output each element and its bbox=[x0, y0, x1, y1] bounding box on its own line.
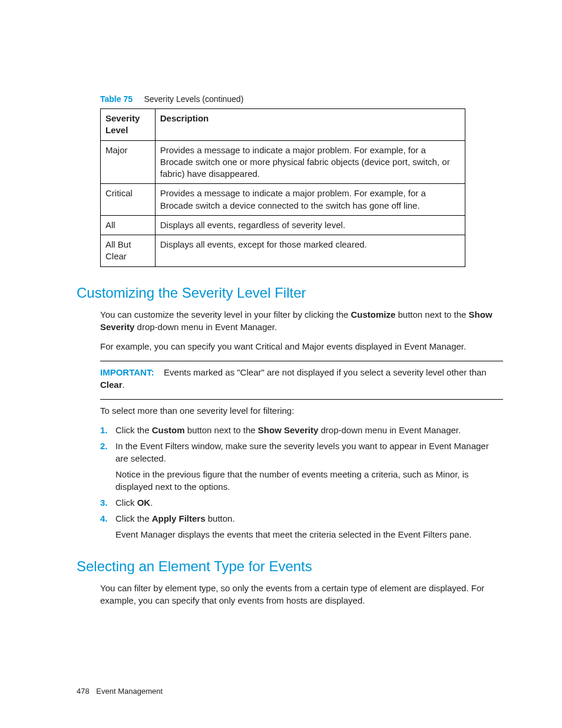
cell-level: Major bbox=[101, 140, 156, 184]
cell-level: All But Clear bbox=[101, 235, 156, 267]
text-run: button. bbox=[206, 513, 235, 523]
cell-desc: Displays all events, except for those ma… bbox=[155, 235, 465, 267]
text-run: Click the bbox=[115, 425, 152, 435]
step-number: 3. bbox=[100, 496, 108, 509]
bold-text: Clear bbox=[100, 380, 123, 390]
list-item: 4. Click the Apply Filters button. Event… bbox=[100, 512, 503, 541]
step-number: 1. bbox=[100, 424, 108, 436]
col-header-description: Description bbox=[155, 109, 465, 141]
divider bbox=[100, 361, 503, 361]
text-run: You can customize the severity level in … bbox=[100, 309, 351, 319]
text-run: Click the bbox=[115, 513, 152, 523]
section-heading-customizing: Customizing the Severity Level Filter bbox=[77, 285, 503, 301]
divider bbox=[100, 399, 503, 400]
cell-level: Critical bbox=[101, 184, 156, 216]
footer-title: Event Management bbox=[96, 687, 163, 696]
text-run: . bbox=[150, 498, 153, 508]
text-run: button next to the bbox=[185, 425, 258, 435]
text-run: . bbox=[123, 380, 125, 390]
text-run: Click bbox=[115, 498, 137, 508]
severity-table: Severity Level Description Major Provide… bbox=[100, 108, 465, 267]
steps-list: 1. Click the Custom button next to the S… bbox=[100, 424, 503, 541]
table-caption-text: Severity Levels (continued) bbox=[144, 94, 243, 104]
section2-body: You can filter by element type, so only … bbox=[100, 582, 503, 607]
cell-desc: Provides a message to indicate a major p… bbox=[155, 184, 465, 216]
table-caption: Table 75 Severity Levels (continued) bbox=[100, 94, 503, 104]
text-run: In the Event Filters window, make sure t… bbox=[115, 441, 489, 463]
list-item: 2. In the Event Filters window, make sur… bbox=[100, 440, 503, 493]
section1-body: You can customize the severity level in … bbox=[100, 308, 503, 541]
paragraph: You can customize the severity level in … bbox=[100, 308, 503, 333]
text-run: button next to the bbox=[395, 309, 468, 319]
paragraph: You can filter by element type, so only … bbox=[100, 582, 503, 607]
table-caption-row: Table 75 Severity Levels (continued) bbox=[100, 94, 503, 104]
table-row: All But Clear Displays all events, excep… bbox=[101, 235, 465, 267]
document-page: Table 75 Severity Levels (continued) Sev… bbox=[0, 0, 562, 728]
list-item: 3. Click OK. bbox=[100, 496, 503, 509]
bold-text: Custom bbox=[152, 425, 185, 435]
bold-text: OK bbox=[137, 498, 151, 508]
table-row: Major Provides a message to indicate a m… bbox=[101, 140, 465, 184]
text-run: drop-down menu in Event Manager. bbox=[134, 322, 277, 332]
important-note: IMPORTANT: Events marked as "Clear" are … bbox=[100, 366, 503, 391]
table-row: Critical Provides a message to indicate … bbox=[101, 184, 465, 216]
paragraph: For example, you can specify you want Cr… bbox=[100, 340, 503, 353]
list-item: 1. Click the Custom button next to the S… bbox=[100, 424, 503, 436]
cell-desc: Displays all events, regardless of sever… bbox=[155, 215, 465, 235]
cell-level: All bbox=[101, 215, 156, 235]
step-note: Notice in the previous figure that the n… bbox=[115, 468, 503, 493]
page-footer: 478 Event Management bbox=[77, 687, 163, 696]
text-run: Events marked as "Clear" are not display… bbox=[164, 367, 487, 377]
important-label: IMPORTANT: bbox=[100, 367, 154, 377]
section-heading-selecting: Selecting an Element Type for Events bbox=[77, 558, 503, 575]
step-note: Event Manager displays the events that m… bbox=[115, 528, 503, 541]
paragraph: To select more than one severity level f… bbox=[100, 404, 503, 417]
page-number: 478 bbox=[77, 687, 90, 696]
bold-text: Apply Filters bbox=[152, 513, 206, 523]
step-number: 4. bbox=[100, 512, 108, 525]
col-header-severity: Severity Level bbox=[101, 109, 156, 141]
bold-text: Customize bbox=[351, 309, 395, 319]
text-run: drop-down menu in Event Manager. bbox=[318, 425, 461, 435]
step-number: 2. bbox=[100, 440, 108, 452]
table-row: All Displays all events, regardless of s… bbox=[101, 215, 465, 235]
table-header-row: Severity Level Description bbox=[101, 109, 465, 141]
table-label: Table 75 bbox=[100, 94, 133, 104]
cell-desc: Provides a message to indicate a major p… bbox=[155, 140, 465, 184]
bold-text: Show Severity bbox=[258, 425, 319, 435]
